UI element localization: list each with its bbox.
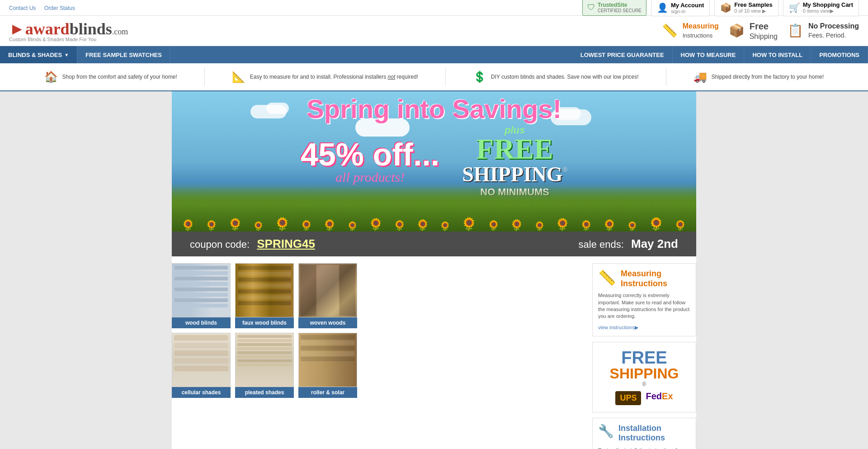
nav-blinds-shades[interactable]: BLINDS & SHADES ▼ (0, 46, 77, 63)
install-body: Review the installation instructions for… (598, 447, 690, 449)
nav-promotions[interactable]: PROMOTIONS (811, 46, 868, 63)
nav-how-to-install[interactable]: HOW TO INSTALL (744, 46, 811, 63)
measuring-text: Measuring Instructions (683, 22, 719, 40)
shield-icon: 🛡 (587, 3, 595, 12)
order-status-link[interactable]: Order Status (44, 5, 75, 11)
coupon-label: coupon code: SPRING45 (190, 237, 315, 251)
dollar-icon: 💲 (473, 71, 486, 83)
measuring-feature[interactable]: 📏 Measuring Instructions (661, 22, 719, 40)
top-bar-actions: 🛡 TrustedSite CERTIFIED SECURE 👤 My Acco… (582, 0, 859, 16)
product-roller-solar[interactable]: roller & solar (298, 333, 357, 398)
product-row-2: cellular shades (172, 333, 585, 398)
site-header: ►awardblinds.com Custom Blinds & Shades … (0, 16, 868, 46)
pleated-shades-image (235, 333, 294, 387)
account-icon: 👤 (657, 2, 668, 13)
wood-blinds-image (172, 263, 231, 317)
contact-us-link[interactable]: Contact Us (9, 5, 36, 11)
top-bar-links: Contact Us Order Status (9, 5, 82, 11)
info-home-shopping: 🏠 Shop from the comfort and safety of yo… (44, 71, 177, 83)
main-nav: BLINDS & SHADES ▼ FREE SAMPLE SWATCHES L… (0, 46, 868, 63)
site-logo: ►awardblinds.com (9, 19, 128, 38)
measuring-icon: 📏 (661, 22, 679, 40)
woven-woods-image (298, 263, 357, 317)
shipping-logos: UPS FedEx (599, 391, 689, 405)
free-samples-button[interactable]: 📦 Free Samples 0 of 10 view ▶ (714, 0, 778, 16)
info-shipped: 🚚 Shipped directly from the factory to y… (693, 71, 824, 83)
no-fees-feature: 📋 No Processing Fees. Period. (787, 22, 859, 40)
shipping-feature[interactable]: 📦 Free Shipping (728, 20, 778, 42)
nav-lowest-price[interactable]: LOWEST PRICE GUARANTEE (572, 46, 673, 63)
install-title: Installation Instructions (618, 424, 690, 443)
measuring-title: Measuring Instructions (621, 269, 690, 288)
wood-blinds-label: wood blinds (172, 317, 231, 328)
sidebar: 📏 Measuring Instructions Measuring corre… (592, 263, 696, 449)
free-shipping-block: FREE SHIPPING ® UPS FedEx (592, 342, 696, 412)
shipping-icon: 📦 (728, 22, 746, 40)
faux-wood-blinds-label: faux wood blinds (235, 317, 294, 328)
product-grid: wood blinds (172, 263, 585, 449)
shopping-cart-button[interactable]: 🛒 My Shopping Cart 0 items view▶ (783, 0, 859, 16)
coupon-bar: coupon code: SPRING45 sale ends: May 2nd (172, 232, 696, 256)
info-divider-2 (445, 68, 446, 86)
trusted-site-badge: 🛡 TrustedSite CERTIFIED SECURE (582, 0, 646, 16)
shipping-star: ® (642, 381, 646, 388)
home-icon: 🏠 (44, 71, 58, 83)
measuring-instructions-block: 📏 Measuring Instructions Measuring corre… (592, 263, 696, 336)
my-account-button[interactable]: 👤 My Account sign-in (651, 0, 710, 16)
product-cellular-shades[interactable]: cellular shades (172, 333, 231, 398)
product-wood-blinds[interactable]: wood blinds (172, 263, 231, 328)
info-easy-install: 📐 Easy to measure for and to install. Pr… (232, 71, 418, 83)
samples-icon: 📦 (720, 2, 731, 13)
banner-title: Spring into Savings! (181, 96, 687, 122)
info-diy: 💲 DIY custom blinds and shades. Save now… (473, 71, 639, 83)
shipping-text: Free Shipping (750, 20, 778, 42)
roller-solar-image (298, 333, 357, 387)
info-bar: 🏠 Shop from the comfort and safety of yo… (0, 63, 868, 91)
measuring-link[interactable]: view instructions▶ (598, 325, 638, 330)
fedex-logo: FedEx (646, 391, 673, 405)
content-area: wood blinds (172, 256, 696, 449)
free-shipping-title: FREE (599, 349, 689, 366)
banner-discount: 45% off... all products! (301, 137, 439, 185)
nav-free-samples[interactable]: FREE SAMPLE SWATCHES (77, 46, 170, 63)
pleated-shades-label: pleated shades (235, 387, 294, 398)
product-faux-wood-blinds[interactable]: faux wood blinds (235, 263, 294, 328)
info-divider-1 (204, 68, 205, 86)
sale-ends: sale ends: May 2nd (579, 237, 678, 251)
coupon-code: SPRING45 (257, 237, 315, 250)
info-divider-3 (666, 68, 666, 86)
chevron-down-icon: ▼ (64, 52, 69, 57)
no-fees-text: No Processing Fees. Period. (808, 22, 859, 39)
top-bar: Contact Us Order Status 🛡 TrustedSite CE… (0, 0, 868, 16)
cart-icon: 🛒 (789, 2, 800, 13)
product-row-1: wood blinds (172, 263, 585, 328)
installation-instructions-block: 🔧 Installation Instructions Review the i… (592, 418, 696, 449)
measure-icon: 📐 (232, 71, 245, 83)
woven-woods-label: woven woods (298, 317, 357, 328)
main-banner: Spring into Savings! 45% off... all prod… (172, 91, 696, 232)
cellular-shades-label: cellular shades (172, 387, 231, 398)
ups-logo: UPS (615, 391, 641, 405)
no-fees-icon: 📋 (787, 22, 805, 40)
truck-icon: 🚚 (693, 71, 707, 83)
product-pleated-shades[interactable]: pleated shades (235, 333, 294, 398)
cellular-shades-image (172, 333, 231, 387)
drill-icon: 🔧 (598, 424, 614, 439)
trusted-site-text: TrustedSite CERTIFIED SECURE (598, 2, 642, 14)
header-features: 📏 Measuring Instructions 📦 Free Shipping… (661, 20, 859, 42)
measuring-body: Measuring correctly is extremely importa… (598, 292, 690, 320)
tape-measure-icon: 📏 (598, 269, 616, 286)
nav-how-to-measure[interactable]: HOW TO MEASURE (673, 46, 745, 63)
roller-solar-label: roller & solar (298, 387, 357, 398)
faux-wood-blinds-image (235, 263, 294, 317)
logo-area[interactable]: ►awardblinds.com Custom Blinds & Shades … (9, 19, 128, 42)
product-woven-woods[interactable]: woven woods (298, 263, 357, 328)
free-shipping-sub: SHIPPING (599, 366, 689, 381)
